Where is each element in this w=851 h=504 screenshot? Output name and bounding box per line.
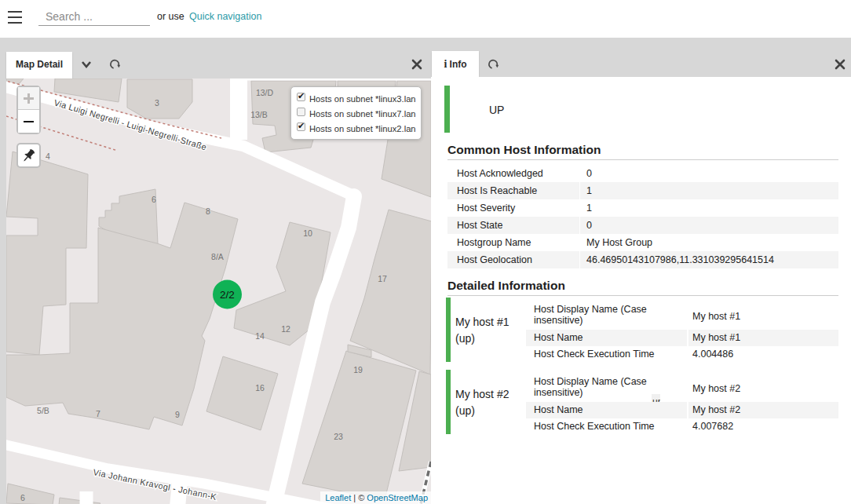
svg-text:6: 6 — [152, 195, 156, 204]
svg-text:4: 4 — [46, 152, 50, 161]
svg-text:13/B: 13/B — [250, 110, 268, 119]
svg-text:3: 3 — [155, 98, 159, 108]
svg-text:6: 6 — [20, 493, 25, 502]
svg-text:5/B: 5/B — [37, 406, 49, 415]
svg-text:17: 17 — [378, 274, 387, 283]
svg-text:10: 10 — [303, 228, 312, 238]
svg-text:8/A: 8/A — [211, 252, 224, 261]
svg-text:16: 16 — [255, 383, 265, 393]
svg-text:19: 19 — [353, 365, 363, 374]
svg-text:12: 12 — [281, 324, 290, 334]
svg-text:8: 8 — [206, 206, 210, 216]
svg-text:14: 14 — [255, 331, 265, 341]
svg-text:13/D: 13/D — [256, 88, 274, 97]
svg-text:7: 7 — [96, 409, 100, 418]
svg-text:23: 23 — [334, 432, 343, 441]
svg-text:2/2: 2/2 — [220, 289, 235, 301]
svg-text:9: 9 — [175, 410, 180, 419]
